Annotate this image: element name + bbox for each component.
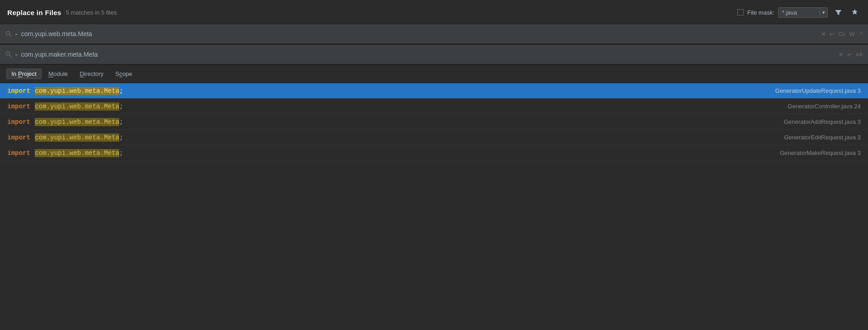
- file-mask-checkbox[interactable]: [737, 9, 744, 16]
- result-filename: GeneratorMakeRequest.java 3: [715, 149, 861, 156]
- table-row[interactable]: import com.yupi.web.meta.Meta ; Generato…: [0, 99, 868, 114]
- search-text-1: com.yupi.web.meta.Meta: [21, 30, 821, 37]
- import-keyword: import: [7, 118, 30, 126]
- tab-directory[interactable]: Directory: [75, 69, 109, 79]
- tabs-row: In Project Module Directory Scope: [0, 65, 868, 83]
- search-icon-2: [5, 51, 12, 58]
- import-keyword: import: [7, 103, 30, 110]
- suffix-text: ;: [119, 87, 123, 95]
- result-filename: GeneratorUpdateRequest.java 3: [715, 87, 861, 94]
- clear-search-2-btn[interactable]: ✕: [838, 51, 843, 58]
- file-mask-input[interactable]: [778, 8, 820, 17]
- file-mask-group: File mask: ▾: [737, 7, 828, 18]
- suffix-text: ;: [119, 149, 123, 157]
- case-sensitive-1-btn[interactable]: Cc: [838, 31, 846, 37]
- search-arrow-1: ▸: [16, 31, 18, 37]
- result-filename: GeneratorEditRequest.java 3: [715, 134, 861, 141]
- match-highlight: com.yupi.web.meta.Meta: [35, 102, 119, 111]
- search-text-2: com.yupi.maker.meta.Meta: [21, 51, 838, 58]
- table-row[interactable]: import com.yupi.web.meta.Meta ; Generato…: [0, 145, 868, 161]
- match-highlight: com.yupi.web.meta.Meta: [35, 118, 119, 126]
- file-mask-label: File mask:: [747, 9, 774, 16]
- regex-1-btn[interactable]: .*: [858, 31, 863, 37]
- import-keyword: import: [7, 149, 30, 157]
- svg-line-1: [10, 35, 11, 37]
- file-mask-dropdown-btn[interactable]: ▾: [820, 8, 827, 17]
- result-left: import com.yupi.web.meta.Meta ;: [7, 102, 715, 111]
- header-row: Replace in Files 5 matches in 5 files Fi…: [0, 0, 868, 24]
- panel-title: Replace in Files: [7, 9, 61, 16]
- search-arrow-2: ▸: [16, 52, 18, 58]
- table-row[interactable]: import com.yupi.web.meta.Meta ; Generato…: [0, 114, 868, 130]
- match-highlight: com.yupi.web.meta.Meta: [35, 149, 119, 157]
- tab-in-project[interactable]: In Project: [6, 69, 42, 79]
- import-keyword: import: [7, 134, 30, 141]
- suffix-text: ;: [119, 103, 123, 110]
- search-row-1-actions: ✕ ↩ Cc W .*: [821, 31, 863, 37]
- search-row-2: ▸ com.yupi.maker.meta.Meta ✕ ↩ AA: [0, 44, 868, 64]
- clear-search-1-btn[interactable]: ✕: [821, 31, 826, 37]
- suffix-text: ;: [119, 118, 123, 126]
- pin-button[interactable]: [849, 7, 861, 17]
- match-highlight: com.yupi.web.meta.Meta: [35, 87, 119, 95]
- result-left: import com.yupi.web.meta.Meta ;: [7, 87, 715, 95]
- whole-word-1-btn[interactable]: W: [849, 31, 855, 37]
- match-highlight: com.yupi.web.meta.Meta: [35, 133, 119, 142]
- table-row[interactable]: import com.yupi.web.meta.Meta ; Generato…: [0, 130, 868, 145]
- search-row-2-actions: ✕ ↩ AA: [838, 51, 863, 58]
- result-filename: GeneratorAddRequest.java 3: [715, 118, 861, 125]
- suffix-text: ;: [119, 134, 123, 141]
- replace-in-files-panel: Replace in Files 5 matches in 5 files Fi…: [0, 0, 868, 330]
- results-area[interactable]: import com.yupi.web.meta.Meta ; Generato…: [0, 83, 868, 330]
- svg-point-0: [6, 32, 10, 35]
- tab-scope[interactable]: Scope: [111, 69, 138, 79]
- table-row[interactable]: import com.yupi.web.meta.Meta ; Generato…: [0, 83, 868, 99]
- svg-point-2: [6, 52, 10, 56]
- result-left: import com.yupi.web.meta.Meta ;: [7, 118, 715, 126]
- result-left: import com.yupi.web.meta.Meta ;: [7, 133, 715, 142]
- filter-icon: [835, 9, 842, 16]
- file-mask-input-group: ▾: [778, 7, 828, 18]
- undo-search-1-btn[interactable]: ↩: [830, 31, 835, 37]
- aa-btn[interactable]: AA: [856, 52, 863, 57]
- tab-module[interactable]: Module: [43, 69, 73, 79]
- header-left: Replace in Files 5 matches in 5 files: [7, 9, 116, 16]
- import-keyword: import: [7, 87, 30, 95]
- header-right: File mask: ▾: [737, 7, 861, 18]
- result-left: import com.yupi.web.meta.Meta ;: [7, 149, 715, 157]
- filter-button[interactable]: [832, 7, 844, 17]
- undo-search-2-btn[interactable]: ↩: [847, 51, 852, 58]
- match-count: 5 matches in 5 files: [66, 9, 116, 16]
- search-icon-1: [5, 31, 12, 37]
- pin-icon: [851, 9, 858, 16]
- result-filename: GeneratorController.java 24: [715, 103, 861, 110]
- svg-line-3: [10, 55, 11, 57]
- search-row-1: ▸ com.yupi.web.meta.Meta ✕ ↩ Cc W .*: [0, 24, 868, 44]
